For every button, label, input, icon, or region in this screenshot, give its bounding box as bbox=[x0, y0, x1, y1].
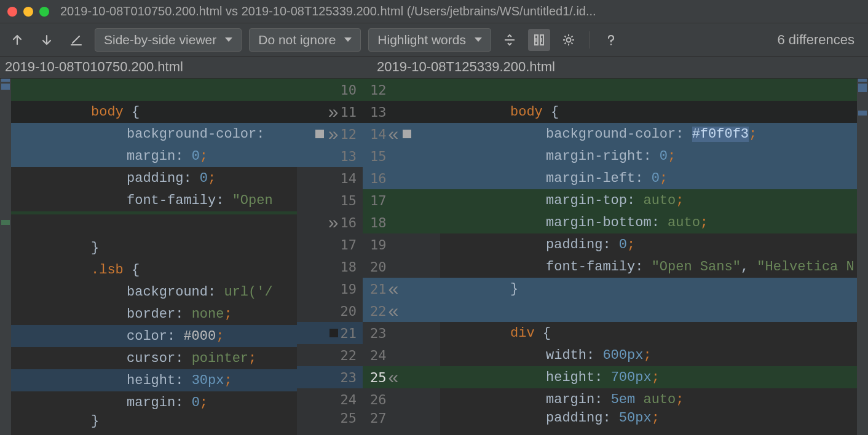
stripe-mark bbox=[858, 111, 867, 116]
filebar: 2019-10-08T010750.200.html 2019-10-08T12… bbox=[0, 57, 868, 79]
line-number: 12 bbox=[363, 79, 440, 101]
line-number: 25« bbox=[363, 366, 440, 388]
diff-view: body { background-color: margin: 0; padd… bbox=[0, 79, 868, 435]
code-row: margin: 0; bbox=[11, 391, 297, 413]
diff-count: 6 differences bbox=[777, 32, 854, 48]
line-number: 27 bbox=[363, 410, 440, 425]
line-number: 14 bbox=[297, 167, 363, 189]
ignore-label: Do not ignore bbox=[258, 33, 336, 47]
left-marker-stripe[interactable] bbox=[0, 79, 11, 435]
code-row: background-color: bbox=[11, 123, 297, 145]
viewer-dropdown[interactable]: Side-by-side viewer bbox=[95, 28, 242, 52]
settings-button[interactable] bbox=[558, 29, 580, 51]
code-row: padding: 0; bbox=[440, 233, 857, 256]
stripe-mark bbox=[1, 79, 10, 82]
code-row: margin: 0; bbox=[11, 145, 297, 167]
viewer-label: Side-by-side viewer bbox=[104, 33, 216, 47]
sync-scroll-button[interactable] bbox=[528, 29, 550, 51]
stripe-mark bbox=[858, 84, 867, 92]
chevron-down-icon bbox=[344, 37, 352, 42]
line-number: 20 bbox=[297, 300, 363, 322]
marker-icon[interactable] bbox=[403, 130, 411, 138]
line-number: 21 bbox=[297, 322, 363, 344]
code-row: } bbox=[11, 237, 297, 259]
apply-right-icon[interactable]: » bbox=[328, 123, 339, 144]
code-row: border: none; bbox=[11, 303, 297, 325]
stripe-mark bbox=[858, 79, 867, 82]
line-number: 19 bbox=[297, 278, 363, 300]
code-row: } bbox=[11, 413, 297, 428]
highlight-label: Highlight words bbox=[377, 33, 466, 47]
minimize-icon[interactable] bbox=[23, 7, 33, 17]
code-row bbox=[11, 214, 297, 237]
code-row bbox=[11, 79, 297, 101]
line-number: 16 bbox=[363, 167, 440, 189]
line-number: 15 bbox=[363, 145, 440, 167]
code-row: cursor: pointer; bbox=[11, 347, 297, 369]
stripe-mark bbox=[1, 220, 10, 225]
apply-left-icon[interactable]: « bbox=[389, 123, 399, 144]
svg-point-2 bbox=[566, 37, 570, 42]
close-icon[interactable] bbox=[7, 7, 17, 17]
code-row: body { bbox=[11, 101, 297, 123]
code-row: margin-top: auto; bbox=[440, 189, 857, 211]
code-row: padding: 0; bbox=[11, 167, 297, 189]
code-row: padding: 50px; bbox=[440, 410, 857, 425]
line-number: 17 bbox=[363, 189, 440, 211]
code-row: width: 600px; bbox=[440, 344, 857, 366]
ignore-dropdown[interactable]: Do not ignore bbox=[249, 28, 361, 52]
line-number: 14« bbox=[363, 123, 440, 145]
line-number: 20 bbox=[363, 256, 440, 278]
code-row: margin-bottom: auto; bbox=[440, 211, 857, 233]
apply-left-icon[interactable]: « bbox=[389, 278, 399, 299]
prev-diff-button[interactable] bbox=[6, 29, 28, 51]
line-number: »16 bbox=[297, 211, 363, 233]
line-number: 26 bbox=[363, 388, 440, 410]
right-marker-stripe[interactable] bbox=[857, 79, 868, 435]
code-row: } bbox=[440, 278, 857, 300]
code-row: div { bbox=[440, 322, 857, 344]
marker-icon[interactable] bbox=[315, 130, 324, 138]
right-pane[interactable]: body { background-color: #f0f0f3; margin… bbox=[440, 79, 857, 435]
maximize-icon[interactable] bbox=[39, 7, 49, 17]
line-number: 17 bbox=[297, 233, 363, 256]
code-row: color: #000; bbox=[11, 325, 297, 347]
right-filename: 2019-10-08T125339.200.html bbox=[369, 57, 868, 78]
line-number: 18 bbox=[297, 256, 363, 278]
code-row: font-family: "Open Sans", "Helvetica N bbox=[440, 256, 857, 278]
code-row: font-family: "Open bbox=[11, 189, 297, 211]
next-diff-button[interactable] bbox=[36, 29, 58, 51]
line-number: »12 bbox=[297, 123, 363, 145]
window-title: 2019-10-08T010750.200.html vs 2019-10-08… bbox=[60, 4, 596, 18]
line-number: 22 bbox=[297, 344, 363, 366]
line-number: 15 bbox=[297, 189, 363, 211]
line-number: 13 bbox=[297, 145, 363, 167]
line-number: 23 bbox=[297, 366, 363, 388]
edit-icon[interactable] bbox=[65, 29, 87, 51]
code-row: .lsb { bbox=[11, 259, 297, 281]
chevron-down-icon bbox=[225, 37, 232, 42]
right-gutter: 12 13 14« 15 16 17 18 19 20 21« 22« 23 2… bbox=[363, 79, 440, 435]
line-number: 24 bbox=[297, 388, 363, 410]
code-row: background: url('/ bbox=[11, 281, 297, 303]
line-number: 21« bbox=[363, 278, 440, 300]
toolbar: Side-by-side viewer Do not ignore Highli… bbox=[0, 23, 868, 57]
apply-right-icon[interactable]: » bbox=[328, 101, 339, 122]
divider bbox=[590, 31, 590, 49]
left-filename: 2019-10-08T010750.200.html bbox=[0, 57, 369, 78]
left-pane[interactable]: body { background-color: margin: 0; padd… bbox=[11, 79, 297, 435]
code-row: height: 700px; bbox=[440, 366, 857, 388]
chevron-down-icon bbox=[475, 37, 482, 42]
marker-icon[interactable] bbox=[329, 329, 338, 337]
line-number: »11 bbox=[297, 101, 363, 123]
help-button[interactable] bbox=[600, 29, 622, 51]
code-row: margin-left: 0; bbox=[440, 167, 857, 189]
titlebar: 2019-10-08T010750.200.html vs 2019-10-08… bbox=[0, 0, 868, 23]
line-number: 23 bbox=[363, 322, 440, 344]
line-number: 10 bbox=[297, 79, 363, 101]
apply-left-icon[interactable]: « bbox=[389, 367, 399, 388]
apply-left-icon[interactable]: « bbox=[389, 300, 399, 321]
apply-right-icon[interactable]: » bbox=[328, 212, 339, 233]
highlight-dropdown[interactable]: Highlight words bbox=[368, 28, 491, 52]
collapse-unchanged-button[interactable] bbox=[499, 29, 521, 51]
